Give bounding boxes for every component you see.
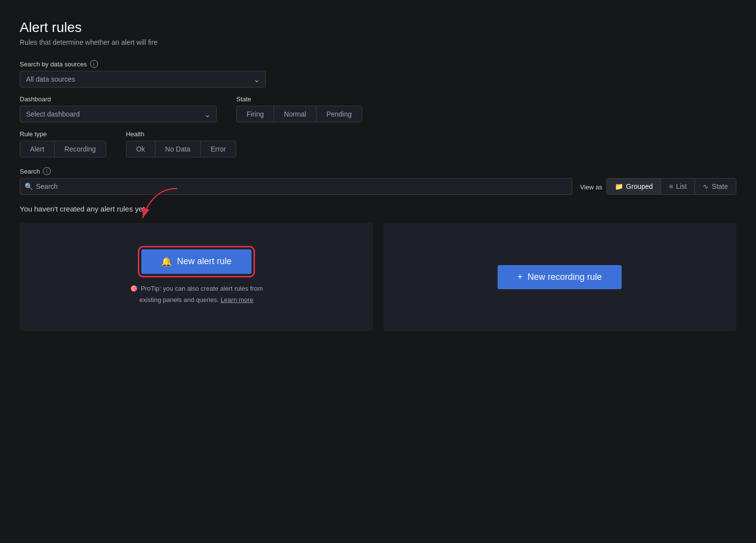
state-toggle-group: Firing Normal Pending (236, 106, 362, 122)
state-firing-btn[interactable]: Firing (237, 106, 274, 122)
rule-type-alert-btn[interactable]: Alert (20, 141, 55, 157)
rule-type-toggle-group: Alert Recording (20, 141, 106, 157)
empty-state-message: You haven't created any alert rules yet (20, 205, 736, 213)
pulse-icon: ∿ (703, 182, 709, 190)
state-pending-btn[interactable]: Pending (316, 106, 361, 122)
search-icon: 🔍 (25, 182, 33, 190)
plus-icon: + (517, 272, 523, 282)
data-sources-select-wrapper: All data sources (20, 71, 266, 88)
learn-more-link[interactable]: Learn more (220, 296, 253, 303)
data-sources-filter: Search by data sources i All data source… (20, 60, 736, 88)
state-normal-btn[interactable]: Normal (274, 106, 316, 122)
protip-text: 🎯 ProTip: you can also create alert rule… (130, 284, 263, 305)
protip-icon: 🎯 (130, 284, 138, 294)
view-grouped-btn[interactable]: 📁 Grouped (607, 179, 661, 194)
cards-row: 🔔 New alert rule 🎯 ProTip: you can also … (20, 223, 736, 331)
cards-container: 🔔 New alert rule 🎯 ProTip: you can also … (20, 223, 736, 331)
data-sources-select[interactable]: All data sources (20, 71, 266, 88)
rule-type-recording-btn[interactable]: Recording (55, 141, 106, 157)
page-title: Alert rules (20, 20, 736, 35)
search-and-view: 🔍 View as 📁 Grouped ≡ List ∿ State (20, 178, 736, 195)
new-alert-card: 🔔 New alert rule 🎯 ProTip: you can also … (20, 223, 373, 331)
rule-health-row: Rule type Alert Recording Health Ok No D… (20, 130, 736, 157)
search-input[interactable] (20, 178, 572, 195)
state-filter: State Firing Normal Pending (236, 95, 362, 122)
health-filter: Health Ok No Data Error (126, 130, 236, 157)
dashboard-select[interactable]: Select dashboard (20, 106, 217, 122)
health-label: Health (126, 130, 236, 138)
data-sources-info-icon[interactable]: i (90, 60, 98, 68)
health-nodata-btn[interactable]: No Data (156, 141, 201, 157)
dashboard-state-row: Dashboard Select dashboard State Firing … (20, 95, 736, 122)
health-ok-btn[interactable]: Ok (126, 141, 156, 157)
new-alert-rule-button[interactable]: 🔔 New alert rule (141, 249, 251, 274)
rule-type-label: Rule type (20, 130, 106, 138)
view-list-btn[interactable]: ≡ List (661, 179, 695, 194)
list-icon: ≡ (669, 182, 673, 190)
view-state-btn[interactable]: ∿ State (695, 179, 736, 194)
dashboard-select-wrapper: Select dashboard (20, 106, 217, 122)
view-as-label: View as (580, 183, 602, 191)
folder-icon: 📁 (615, 182, 623, 190)
rule-type-filter: Rule type Alert Recording (20, 130, 106, 157)
search-input-wrapper: 🔍 (20, 178, 572, 195)
data-sources-label: Search by data sources i (20, 60, 736, 68)
health-error-btn[interactable]: Error (201, 141, 236, 157)
dashboard-filter: Dashboard Select dashboard (20, 95, 217, 122)
page-subtitle: Rules that determine whether an alert wi… (20, 38, 736, 46)
view-toggle-group: 📁 Grouped ≡ List ∿ State (606, 178, 736, 195)
health-toggle-group: Ok No Data Error (126, 141, 236, 157)
search-label: Search i (20, 167, 736, 175)
search-info-icon[interactable]: i (43, 167, 51, 175)
new-recording-card: + New recording rule (383, 223, 736, 331)
bell-icon: 🔔 (161, 256, 172, 267)
new-recording-rule-button[interactable]: + New recording rule (498, 265, 622, 289)
search-section: Search i 🔍 View as 📁 Grouped ≡ List ∿ St… (20, 167, 736, 195)
state-label: State (236, 95, 362, 103)
dashboard-label: Dashboard (20, 95, 217, 103)
filter-section: Search by data sources i All data source… (20, 60, 736, 157)
view-as-section: View as 📁 Grouped ≡ List ∿ State (580, 178, 736, 195)
